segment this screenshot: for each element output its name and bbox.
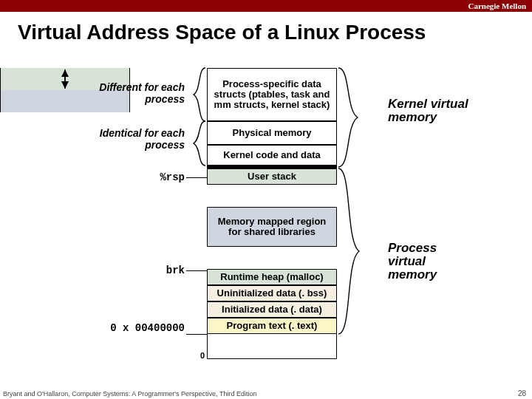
diagram: Process-specific data structs (ptables, … <box>0 68 532 378</box>
label-identical: Identical for each process <box>81 127 185 151</box>
label-base-addr: 0 x 00400000 <box>89 322 185 334</box>
box-mmap-region: Memory mapped region for shared librarie… <box>207 207 337 247</box>
box-low-unused: 0 <box>207 334 337 359</box>
footer-citation: Bryant and O'Hallaron, Computer Systems:… <box>3 390 256 398</box>
brand-bar: Carnegie Mellon <box>0 0 532 12</box>
box-process-specific-data: Process-specific data structs (ptables, … <box>207 68 337 121</box>
box-data: Initialized data (. data) <box>207 301 337 318</box>
brace-process-vm <box>338 168 361 334</box>
label-process-vm: Process virtual memory <box>388 242 469 282</box>
box-kernel-code-data: Kernel code and data <box>207 145 337 166</box>
box-runtime-heap: Runtime heap (malloc) <box>207 269 337 285</box>
page-number: 28 <box>518 389 526 398</box>
label-kernel-vm: Kernel virtual memory <box>388 98 469 124</box>
box-user-stack: User stack <box>207 168 337 185</box>
brace-different <box>191 68 207 121</box>
pointer-brk <box>186 270 207 271</box>
box-physical-memory: Physical memory <box>207 121 337 145</box>
brace-kernel-vm <box>338 68 361 167</box>
box-text: Program text (. text) <box>207 318 337 334</box>
label-rsp: %rsp <box>118 171 185 183</box>
pointer-base-addr <box>186 334 207 335</box>
box-bss: Uninitialized data (. bss) <box>207 285 337 301</box>
slide-title: Virtual Address Space of a Linux Process <box>0 12 532 50</box>
brace-identical <box>191 121 207 166</box>
pointer-rsp <box>186 177 207 178</box>
label-different: Different for each process <box>81 81 185 105</box>
label-brk: brk <box>118 265 185 276</box>
